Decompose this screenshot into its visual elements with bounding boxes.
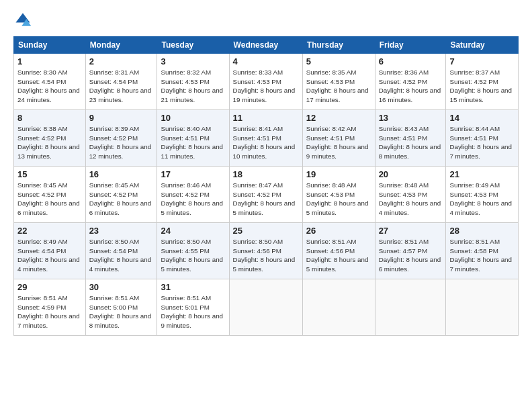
day-info: Sunrise: 8:41 AMSunset: 4:51 PMDaylight:… <box>233 124 299 161</box>
weekday-header-saturday: Saturday <box>446 37 519 54</box>
day-number: 9 <box>89 113 154 123</box>
day-info: Sunrise: 8:45 AMSunset: 4:52 PMDaylight:… <box>17 181 82 218</box>
calendar-cell: 16Sunrise: 8:45 AMSunset: 4:52 PMDayligh… <box>85 167 157 223</box>
calendar-week-1: 1Sunrise: 8:30 AMSunset: 4:54 PMDaylight… <box>14 54 519 110</box>
calendar-cell <box>375 279 446 336</box>
weekday-header-wednesday: Wednesday <box>229 37 302 54</box>
day-number: 20 <box>379 169 443 179</box>
calendar-cell: 26Sunrise: 8:51 AMSunset: 4:56 PMDayligh… <box>302 223 375 279</box>
day-info: Sunrise: 8:51 AMSunset: 4:58 PMDaylight:… <box>449 237 515 274</box>
day-info: Sunrise: 8:50 AMSunset: 4:55 PMDaylight:… <box>161 237 225 274</box>
day-info: Sunrise: 8:45 AMSunset: 4:52 PMDaylight:… <box>89 181 154 218</box>
day-info: Sunrise: 8:50 AMSunset: 4:56 PMDaylight:… <box>233 237 299 274</box>
calendar-cell: 28Sunrise: 8:51 AMSunset: 4:58 PMDayligh… <box>446 223 519 279</box>
calendar-cell: 18Sunrise: 8:47 AMSunset: 4:52 PMDayligh… <box>229 167 302 223</box>
calendar-cell: 9Sunrise: 8:39 AMSunset: 4:52 PMDaylight… <box>85 110 157 167</box>
day-info: Sunrise: 8:40 AMSunset: 4:51 PMDaylight:… <box>161 124 225 161</box>
calendar-cell: 3Sunrise: 8:32 AMSunset: 4:53 PMDaylight… <box>157 54 229 110</box>
calendar-cell: 22Sunrise: 8:49 AMSunset: 4:54 PMDayligh… <box>14 223 86 279</box>
calendar-cell <box>302 279 375 336</box>
calendar-cell: 25Sunrise: 8:50 AMSunset: 4:56 PMDayligh… <box>229 223 302 279</box>
day-info: Sunrise: 8:31 AMSunset: 4:54 PMDaylight:… <box>89 68 154 105</box>
day-number: 13 <box>379 113 443 123</box>
day-info: Sunrise: 8:42 AMSunset: 4:51 PMDaylight:… <box>306 124 371 161</box>
calendar-cell: 11Sunrise: 8:41 AMSunset: 4:51 PMDayligh… <box>229 110 302 167</box>
day-info: Sunrise: 8:39 AMSunset: 4:52 PMDaylight:… <box>89 124 154 161</box>
calendar-week-2: 8Sunrise: 8:38 AMSunset: 4:52 PMDaylight… <box>14 110 519 167</box>
calendar-cell: 13Sunrise: 8:43 AMSunset: 4:51 PMDayligh… <box>375 110 446 167</box>
calendar-cell: 8Sunrise: 8:38 AMSunset: 4:52 PMDaylight… <box>14 110 86 167</box>
calendar-cell: 20Sunrise: 8:48 AMSunset: 4:53 PMDayligh… <box>375 167 446 223</box>
day-number: 15 <box>17 169 82 179</box>
day-info: Sunrise: 8:51 AMSunset: 4:57 PMDaylight:… <box>379 237 443 274</box>
day-info: Sunrise: 8:33 AMSunset: 4:53 PMDaylight:… <box>233 68 299 105</box>
day-number: 3 <box>161 56 225 66</box>
day-number: 10 <box>161 113 225 123</box>
page: SundayMondayTuesdayWednesdayThursdayFrid… <box>0 0 532 411</box>
logo-icon <box>13 11 32 30</box>
calendar-cell <box>446 279 519 336</box>
calendar-week-3: 15Sunrise: 8:45 AMSunset: 4:52 PMDayligh… <box>14 167 519 223</box>
calendar-table: SundayMondayTuesdayWednesdayThursdayFrid… <box>13 36 519 336</box>
day-number: 17 <box>161 169 225 179</box>
calendar-cell <box>229 279 302 336</box>
weekday-header-friday: Friday <box>375 37 446 54</box>
weekday-header-tuesday: Tuesday <box>157 37 229 54</box>
calendar-cell: 14Sunrise: 8:44 AMSunset: 4:51 PMDayligh… <box>446 110 519 167</box>
weekday-header-thursday: Thursday <box>302 37 375 54</box>
day-number: 30 <box>89 282 154 292</box>
day-number: 18 <box>233 169 299 179</box>
weekday-header-sunday: Sunday <box>14 37 86 54</box>
day-info: Sunrise: 8:48 AMSunset: 4:53 PMDaylight:… <box>306 181 371 218</box>
day-number: 19 <box>306 169 371 179</box>
day-info: Sunrise: 8:49 AMSunset: 4:54 PMDaylight:… <box>17 237 82 274</box>
calendar-cell: 1Sunrise: 8:30 AMSunset: 4:54 PMDaylight… <box>14 54 86 110</box>
day-number: 22 <box>17 226 82 236</box>
day-number: 1 <box>17 56 82 66</box>
day-number: 24 <box>161 226 225 236</box>
calendar-cell: 7Sunrise: 8:37 AMSunset: 4:52 PMDaylight… <box>446 54 519 110</box>
weekday-header-row: SundayMondayTuesdayWednesdayThursdayFrid… <box>14 37 519 54</box>
day-number: 2 <box>89 56 154 66</box>
day-info: Sunrise: 8:43 AMSunset: 4:51 PMDaylight:… <box>379 124 443 161</box>
header <box>13 11 519 30</box>
calendar-cell: 23Sunrise: 8:50 AMSunset: 4:54 PMDayligh… <box>85 223 157 279</box>
calendar-cell: 15Sunrise: 8:45 AMSunset: 4:52 PMDayligh… <box>14 167 86 223</box>
calendar-cell: 10Sunrise: 8:40 AMSunset: 4:51 PMDayligh… <box>157 110 229 167</box>
day-number: 28 <box>449 226 515 236</box>
day-info: Sunrise: 8:44 AMSunset: 4:51 PMDaylight:… <box>449 124 515 161</box>
day-number: 14 <box>449 113 515 123</box>
day-number: 4 <box>233 56 299 66</box>
weekday-header-monday: Monday <box>85 37 157 54</box>
calendar-cell: 29Sunrise: 8:51 AMSunset: 4:59 PMDayligh… <box>14 279 86 336</box>
calendar-cell: 17Sunrise: 8:46 AMSunset: 4:52 PMDayligh… <box>157 167 229 223</box>
day-number: 29 <box>17 282 82 292</box>
day-info: Sunrise: 8:30 AMSunset: 4:54 PMDaylight:… <box>17 68 82 105</box>
day-number: 16 <box>89 169 154 179</box>
day-number: 21 <box>449 169 515 179</box>
day-number: 8 <box>17 113 82 123</box>
day-number: 5 <box>306 56 371 66</box>
day-number: 31 <box>161 282 225 292</box>
day-info: Sunrise: 8:50 AMSunset: 4:54 PMDaylight:… <box>89 237 154 274</box>
day-info: Sunrise: 8:32 AMSunset: 4:53 PMDaylight:… <box>161 68 225 105</box>
day-info: Sunrise: 8:37 AMSunset: 4:52 PMDaylight:… <box>449 68 515 105</box>
day-info: Sunrise: 8:51 AMSunset: 5:01 PMDaylight:… <box>161 293 225 330</box>
calendar-cell: 5Sunrise: 8:35 AMSunset: 4:53 PMDaylight… <box>302 54 375 110</box>
calendar-cell: 31Sunrise: 8:51 AMSunset: 5:01 PMDayligh… <box>157 279 229 336</box>
day-info: Sunrise: 8:48 AMSunset: 4:53 PMDaylight:… <box>379 181 443 218</box>
day-number: 25 <box>233 226 299 236</box>
day-info: Sunrise: 8:49 AMSunset: 4:53 PMDaylight:… <box>449 181 515 218</box>
day-info: Sunrise: 8:36 AMSunset: 4:52 PMDaylight:… <box>379 68 443 105</box>
calendar-cell: 24Sunrise: 8:50 AMSunset: 4:55 PMDayligh… <box>157 223 229 279</box>
day-number: 26 <box>306 226 371 236</box>
calendar-cell: 30Sunrise: 8:51 AMSunset: 5:00 PMDayligh… <box>85 279 157 336</box>
calendar-cell: 6Sunrise: 8:36 AMSunset: 4:52 PMDaylight… <box>375 54 446 110</box>
day-info: Sunrise: 8:47 AMSunset: 4:52 PMDaylight:… <box>233 181 299 218</box>
calendar-cell: 2Sunrise: 8:31 AMSunset: 4:54 PMDaylight… <box>85 54 157 110</box>
day-number: 27 <box>379 226 443 236</box>
day-info: Sunrise: 8:35 AMSunset: 4:53 PMDaylight:… <box>306 68 371 105</box>
calendar-cell: 21Sunrise: 8:49 AMSunset: 4:53 PMDayligh… <box>446 167 519 223</box>
calendar-week-4: 22Sunrise: 8:49 AMSunset: 4:54 PMDayligh… <box>14 223 519 279</box>
calendar-cell: 19Sunrise: 8:48 AMSunset: 4:53 PMDayligh… <box>302 167 375 223</box>
